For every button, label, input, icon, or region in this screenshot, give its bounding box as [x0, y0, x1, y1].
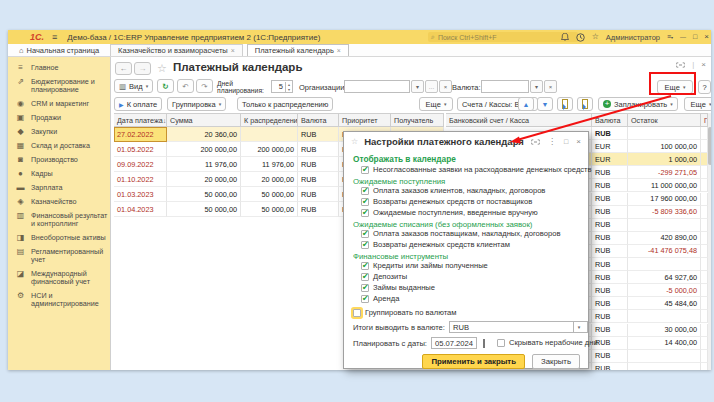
- payment-date-cell[interactable]: 01.03.2023: [114, 187, 167, 202]
- account-cell[interactable]: RUB: [592, 284, 628, 297]
- move-down-button[interactable]: ▼: [537, 97, 553, 111]
- column-header[interactable]: Сумма: [167, 113, 241, 127]
- account-cell[interactable]: RUB: [592, 258, 628, 271]
- minimize-icon[interactable]: —: [680, 33, 686, 41]
- export-sheet-button[interactable]: [557, 97, 573, 111]
- checkbox[interactable]: [361, 284, 369, 292]
- chevron-down-icon[interactable]: ▾: [573, 321, 584, 333]
- account-cell[interactable]: RUB: [592, 310, 628, 323]
- clear-icon[interactable]: ×: [439, 80, 452, 93]
- payment-date-cell[interactable]: 01.05.2022: [114, 142, 167, 157]
- account-cell[interactable]: RUB: [592, 350, 628, 363]
- account-cell[interactable]: [701, 297, 708, 310]
- account-balance-cell[interactable]: [628, 127, 701, 140]
- payment-date-cell[interactable]: 09.09.2022: [114, 157, 167, 172]
- payment-cell[interactable]: RUB: [298, 127, 339, 142]
- payment-cell[interactable]: 11 976,00: [241, 157, 298, 172]
- account-balance-cell[interactable]: -5 809 336,60: [628, 206, 701, 219]
- account-cell[interactable]: [701, 206, 708, 219]
- account-cell[interactable]: RUB: [592, 206, 628, 219]
- favorite-star-icon[interactable]: ☆: [157, 62, 167, 75]
- account-cell[interactable]: RUB: [592, 219, 628, 232]
- main-menu-icon[interactable]: ≡: [52, 33, 57, 42]
- maximize-icon[interactable]: □: [564, 138, 568, 145]
- more-button-payments[interactable]: Еще▾: [419, 97, 453, 111]
- account-cell[interactable]: RUB: [592, 166, 628, 179]
- apply-and-close-button[interactable]: Применить и закрыть: [422, 354, 525, 369]
- payment-cell[interactable]: 50 000,00: [241, 187, 298, 202]
- tab-close-icon[interactable]: ×: [337, 47, 341, 54]
- account-balance-cell[interactable]: [628, 258, 701, 271]
- ellipsis-icon[interactable]: …: [425, 80, 438, 93]
- account-cell[interactable]: RUB: [592, 297, 628, 310]
- planning-days-stepper[interactable]: 5 ▴▾: [271, 80, 293, 93]
- account-cell[interactable]: [701, 258, 708, 271]
- favorites-star-icon[interactable]: ☆: [592, 33, 599, 41]
- sidebar-item-ifrs[interactable]: ◪Международный финансовый учет: [8, 267, 110, 289]
- account-balance-cell[interactable]: 11 000 000,00: [628, 179, 701, 192]
- dialog-check-item[interactable]: Оплата заказов клиентов, накладных, дого…: [361, 187, 580, 195]
- account-cell[interactable]: [701, 140, 708, 153]
- account-cell[interactable]: [701, 193, 708, 206]
- get-link-icon[interactable]: [676, 62, 685, 68]
- account-cell[interactable]: [701, 324, 708, 337]
- account-cell[interactable]: [701, 350, 708, 363]
- sidebar-item-salary[interactable]: ▬Зарплата: [8, 181, 110, 195]
- payment-cell[interactable]: 200 000,00: [167, 142, 241, 157]
- account-cell[interactable]: RUB: [592, 179, 628, 192]
- dialog-check-item[interactable]: Группировать по валютам: [353, 309, 580, 317]
- hide-nonworking-checkbox[interactable]: [497, 339, 505, 347]
- column-header[interactable]: Дата платежа ↓: [114, 113, 167, 127]
- calendar-icon[interactable]: [483, 339, 485, 348]
- payment-cell[interactable]: RUB: [298, 202, 339, 217]
- dialog-check-item[interactable]: Кредиты или займы полученные: [361, 262, 580, 270]
- account-cell[interactable]: [701, 363, 708, 370]
- payment-date-cell[interactable]: 01.04.2023: [114, 202, 167, 217]
- checkbox[interactable]: [361, 230, 369, 238]
- to-pay-button[interactable]: ▶ К оплате: [114, 97, 162, 111]
- account-cell[interactable]: [701, 166, 708, 179]
- account-cell[interactable]: [701, 284, 708, 297]
- sidebar-item-treasury[interactable]: ◈Казначейство: [8, 195, 110, 209]
- payment-cell[interactable]: RUB: [298, 142, 339, 157]
- account-cell[interactable]: RUB: [592, 232, 628, 245]
- sidebar-item-nsi[interactable]: ⚙НСИ и администрирование: [8, 289, 110, 311]
- grouping-dropdown-button[interactable]: Группировка▾: [167, 97, 226, 111]
- only-distribution-button[interactable]: Только к распределению: [237, 97, 333, 111]
- column-header[interactable]: Банковский счет / Касса: [446, 113, 592, 127]
- checkbox[interactable]: [361, 166, 369, 174]
- redo-button[interactable]: ↷: [196, 79, 213, 93]
- view-dropdown-button[interactable]: ▥ Вид ▾: [114, 79, 153, 93]
- dialog-check-item[interactable]: Возвраты денежных средств от поставщиков: [361, 198, 580, 206]
- currency-input[interactable]: [481, 80, 529, 93]
- notifications-bell-icon[interactable]: [561, 33, 569, 42]
- dialog-check-item[interactable]: Аренда: [361, 295, 580, 303]
- account-balance-cell[interactable]: [628, 350, 701, 363]
- get-link-icon[interactable]: [531, 139, 540, 145]
- sidebar-item-purchases[interactable]: ◆Закупки: [8, 125, 110, 139]
- dialog-check-item[interactable]: Оплата заказов поставщикам, накладных, д…: [361, 230, 580, 238]
- dialog-check-item[interactable]: Займы выданные: [361, 284, 580, 292]
- account-balance-cell[interactable]: [628, 310, 701, 323]
- dialog-close-icon[interactable]: ×: [576, 137, 581, 146]
- history-icon[interactable]: [576, 33, 585, 42]
- refresh-button[interactable]: ↻: [157, 79, 174, 93]
- checkbox[interactable]: [361, 241, 369, 249]
- payment-date-cell[interactable]: 01.10.2022: [114, 172, 167, 187]
- payment-cell[interactable]: 50 000,00: [167, 202, 241, 217]
- move-up-button[interactable]: ▲: [518, 97, 534, 111]
- column-header[interactable]: П: [701, 113, 708, 127]
- back-button[interactable]: ←: [115, 62, 132, 75]
- more-button-accounts[interactable]: Еще▾: [684, 97, 711, 111]
- payment-cell[interactable]: 20 360,00: [167, 127, 241, 142]
- checkbox[interactable]: [361, 198, 369, 206]
- column-header[interactable]: К распределению: [241, 113, 298, 127]
- column-header[interactable]: Валюта: [298, 113, 339, 127]
- sidebar-item-assets[interactable]: ◨Внеоборотные активы: [8, 231, 110, 245]
- account-balance-cell[interactable]: 30 000,00: [628, 324, 701, 337]
- star-icon[interactable]: ☆: [351, 137, 358, 146]
- account-balance-cell[interactable]: 100 000,00: [628, 140, 701, 153]
- form-close-icon[interactable]: ×: [701, 60, 706, 69]
- account-cell[interactable]: [701, 310, 708, 323]
- sidebar-item-production[interactable]: ◙Производство: [8, 153, 110, 167]
